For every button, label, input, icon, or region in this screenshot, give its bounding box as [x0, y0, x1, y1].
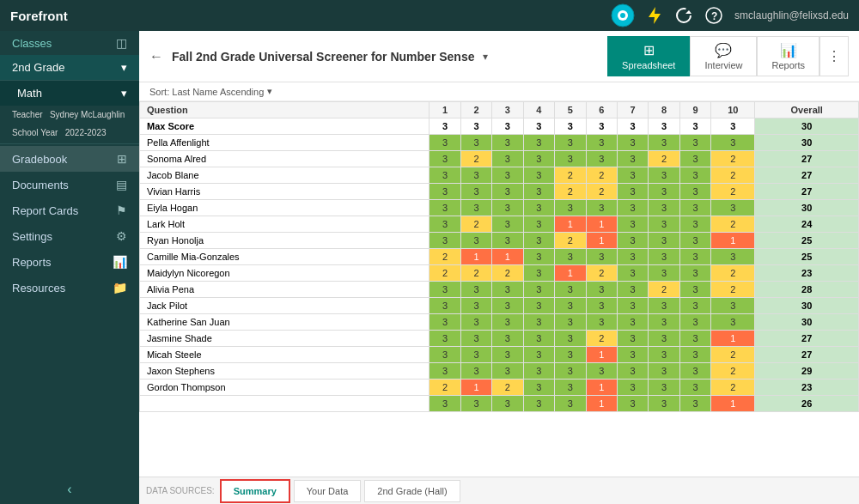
score-11-9: 3 — [711, 314, 755, 331]
overall-11: 30 — [755, 314, 859, 331]
score-14-7: 3 — [649, 363, 679, 380]
score-3-9: 2 — [711, 184, 755, 200]
header-left: ← Fall 2nd Grade Universal Screener for … — [149, 49, 488, 64]
score-16-7: 3 — [649, 396, 679, 412]
sidebar-item-resources[interactable]: Resources 📁 — [0, 275, 139, 301]
student-name-11: Katherine San Juan — [140, 314, 430, 331]
score-1-8: 3 — [679, 151, 710, 167]
score-8-0: 2 — [430, 265, 460, 282]
score-7-0: 2 — [430, 249, 460, 265]
overall-14: 29 — [755, 363, 859, 380]
score-6-5: 1 — [586, 233, 617, 249]
score-7-2: 1 — [492, 249, 523, 265]
tab-interview[interactable]: 💬 Interview — [690, 36, 757, 76]
help-icon[interactable]: ? — [705, 7, 722, 24]
score-5-0: 3 — [430, 216, 460, 233]
report-cards-icon: ⚑ — [116, 203, 127, 217]
student-name-1: Sonoma Alred — [140, 151, 430, 167]
score-16-1: 3 — [460, 396, 491, 412]
score-16-2: 3 — [492, 396, 523, 412]
score-12-3: 3 — [523, 331, 554, 347]
score-16-3: 3 — [523, 396, 554, 412]
sidebar-item-settings[interactable]: Settings ⚙ — [0, 223, 139, 249]
table-row: Maidylyn Nicoregon222312333223 — [140, 265, 859, 282]
tab-spreadsheet[interactable]: ⊞ Spreadsheet — [607, 36, 690, 76]
school-year-value: 2022-2023 — [65, 128, 107, 137]
bottom-tab-2nd-grade-hall[interactable]: 2nd Grade (Hall) — [364, 480, 460, 502]
score-3-7: 3 — [649, 184, 679, 200]
bottom-tab-summary[interactable]: Summary — [220, 479, 290, 503]
sidebar-item-reports[interactable]: Reports 📊 — [0, 249, 139, 275]
grade-label: 2nd Grade — [12, 61, 64, 74]
documents-icon: ▤ — [116, 178, 127, 191]
score-7-5: 3 — [586, 249, 617, 265]
col-header-0: Question — [140, 102, 430, 118]
table-row: Lark Holt323311333224 — [140, 216, 859, 233]
score-11-3: 3 — [523, 314, 554, 331]
gradebook-label: Gradebook — [12, 153, 117, 166]
score-7-6: 3 — [617, 249, 648, 265]
score-0-9: 3 — [711, 135, 755, 151]
title-dropdown-icon[interactable]: ▾ — [483, 51, 488, 63]
score-16-8: 3 — [679, 396, 710, 412]
grade-table-container[interactable]: Question12345678910Overall Max Score3333… — [139, 101, 859, 477]
score-6-4: 2 — [555, 233, 586, 249]
overall-8: 23 — [755, 265, 859, 282]
score-11-1: 3 — [460, 314, 491, 331]
score-12-1: 3 — [460, 331, 491, 347]
table-row: Alivia Pena333333323228 — [140, 282, 859, 298]
lightning-icon[interactable] — [647, 6, 662, 25]
score-13-9: 2 — [711, 347, 755, 363]
tab-reports[interactable]: 📊 Reports — [757, 36, 819, 76]
more-options-button[interactable]: ⋮ — [819, 36, 849, 76]
student-name-7: Camille Mia-Gonzales — [140, 249, 430, 265]
score-0-1: 3 — [460, 135, 491, 151]
spreadsheet-icon: ⊞ — [643, 42, 655, 58]
score-8-5: 2 — [586, 265, 617, 282]
refresh-icon[interactable] — [674, 6, 693, 25]
score-5-2: 3 — [492, 216, 523, 233]
score-11-4: 3 — [555, 314, 586, 331]
bottom-tab-your-data[interactable]: Your Data — [294, 480, 362, 502]
student-name-2: Jacob Blane — [140, 167, 430, 184]
max-score-3: 3 — [492, 118, 523, 135]
table-row: Ryan Honolja333321333125 — [140, 233, 859, 249]
col-header-10: 10 — [711, 102, 755, 118]
sidebar-item-gradebook[interactable]: Gradebook ⊞ — [0, 146, 139, 172]
score-0-2: 3 — [492, 135, 523, 151]
col-header-7: 7 — [617, 102, 648, 118]
sidebar-item-math[interactable]: Math ▾ — [0, 80, 139, 106]
sidebar-item-documents[interactable]: Documents ▤ — [0, 172, 139, 197]
table-row: Jasmine Shade333332333127 — [140, 331, 859, 347]
score-14-6: 3 — [617, 363, 648, 380]
sidebar-item-classes[interactable]: Classes ◫ — [0, 31, 139, 55]
score-13-7: 3 — [649, 347, 679, 363]
score-1-2: 3 — [492, 151, 523, 167]
score-16-9: 1 — [711, 396, 755, 412]
score-6-9: 1 — [711, 233, 755, 249]
score-10-5: 3 — [586, 298, 617, 314]
overall-2: 27 — [755, 167, 859, 184]
logo-icon — [611, 3, 635, 27]
score-15-7: 3 — [649, 380, 679, 396]
sidebar-item-grade[interactable]: 2nd Grade ▾ — [0, 55, 139, 80]
score-7-8: 3 — [679, 249, 710, 265]
score-6-6: 3 — [617, 233, 648, 249]
score-6-1: 3 — [460, 233, 491, 249]
score-15-0: 2 — [430, 380, 460, 396]
interview-icon: 💬 — [715, 42, 732, 58]
max-score-9: 3 — [679, 118, 710, 135]
back-button[interactable]: ← — [149, 49, 163, 64]
interview-label: Interview — [704, 60, 742, 70]
table-header-row: Question12345678910Overall — [140, 102, 859, 118]
score-7-3: 3 — [523, 249, 554, 265]
page-title: Fall 2nd Grade Universal Screener for Nu… — [172, 50, 474, 64]
sidebar-collapse-btn[interactable]: ‹ — [0, 475, 139, 504]
classes-label: Classes — [12, 37, 116, 50]
student-name-12: Jasmine Shade — [140, 331, 430, 347]
grade-table: Question12345678910Overall Max Score3333… — [139, 101, 859, 412]
svg-text:?: ? — [711, 10, 717, 22]
sort-dropdown-icon[interactable]: ▾ — [267, 86, 272, 97]
content-header: ← Fall 2nd Grade Universal Screener for … — [139, 31, 859, 82]
sidebar-item-report-cards[interactable]: Report Cards ⚑ — [0, 197, 139, 223]
